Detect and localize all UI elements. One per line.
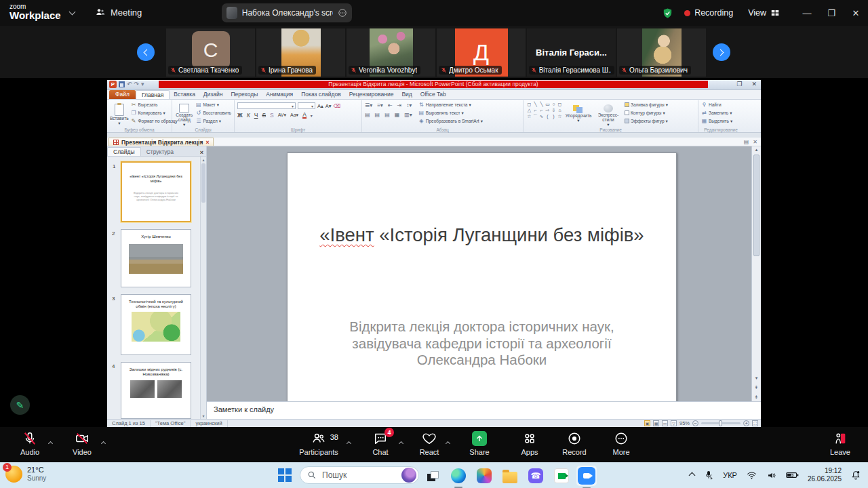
find-button[interactable]: ⚲Найти <box>701 101 732 108</box>
slide-canvas[interactable]: «Івент «Історія Луганщини без міфів» Від… <box>287 152 677 401</box>
redo-icon[interactable]: ↷ <box>134 81 140 88</box>
align-right-button[interactable]: ▤ <box>384 112 390 118</box>
wifi-icon[interactable] <box>746 470 757 481</box>
ellipsis-icon[interactable] <box>338 7 347 18</box>
video-options-chevron[interactable] <box>102 436 105 448</box>
participant-tile[interactable]: C Светлана Ткаченко <box>166 28 255 77</box>
zoom-app-button[interactable] <box>576 466 597 486</box>
shape-fill-button[interactable]: Заливка фигуры▾ <box>625 101 668 108</box>
tab-meeting[interactable]: Meeting <box>95 7 142 18</box>
participant-tile[interactable]: Віталія Гераси... Віталія Герасимова Ш..… <box>527 28 616 77</box>
shapes-gallery[interactable]: ◻╲╲▭○◻ △⌐⌐⇨⇩⌂ ☆⌒∿()☆ <box>526 101 563 127</box>
search-highlight-image[interactable] <box>401 468 416 483</box>
zoom-slider-knob[interactable] <box>719 420 722 426</box>
participant-tile[interactable]: Д Дмитро Осьмак <box>437 28 526 77</box>
video-button[interactable]: Video <box>67 431 97 456</box>
replace-button[interactable]: ⇄Заменить▾ <box>701 109 732 117</box>
tray-mic-icon[interactable] <box>703 470 714 481</box>
view-reading-button[interactable]: ▭ <box>662 420 668 426</box>
leave-button[interactable]: Leave <box>825 431 855 456</box>
tab-office-tab[interactable]: Office Tab <box>416 90 450 99</box>
bullets-button[interactable]: ☰▾ <box>365 102 372 108</box>
next-slide-icon[interactable]: ⇟ <box>752 394 761 400</box>
participant-tile[interactable]: Ольга Барзилович <box>617 28 706 77</box>
notes-pane[interactable]: Заметки к слайду <box>207 401 761 419</box>
viber-button[interactable]: ☎ <box>528 468 544 484</box>
select-button[interactable]: ▦Выделить▾ <box>701 117 732 125</box>
participant-tile[interactable]: Veronika Vorozhbyt <box>347 28 435 77</box>
panel-scrollbar[interactable]: ▴ ▾ <box>200 157 206 419</box>
align-center-button[interactable]: ▤ <box>375 112 380 118</box>
section-button[interactable]: ☰Раздел▾ <box>195 117 231 125</box>
annotate-button[interactable]: ✎ <box>10 395 30 415</box>
clock[interactable]: 19:12 26.06.2025 <box>808 467 842 483</box>
change-case-button[interactable]: Aa▾ <box>290 113 298 118</box>
share-button[interactable]: Share <box>465 431 494 456</box>
strikethrough-button[interactable]: S <box>262 112 266 119</box>
audio-options-chevron[interactable] <box>49 436 52 448</box>
scrollbar-thumb[interactable] <box>753 155 760 256</box>
search-box[interactable]: Пошук <box>300 466 419 484</box>
battery-icon[interactable] <box>786 470 799 480</box>
scroll-left-button[interactable] <box>137 43 155 61</box>
save-icon[interactable] <box>119 81 125 87</box>
tab-file[interactable]: Файл <box>109 90 136 99</box>
scroll-down-icon[interactable]: ▾ <box>201 413 206 418</box>
grow-font-button[interactable]: A▴ <box>317 102 323 109</box>
view-sorter-button[interactable]: ▦ <box>653 420 659 426</box>
previous-slide-icon[interactable]: ⇞ <box>752 385 761 390</box>
arrange-button[interactable]: Упорядочить▾ <box>565 101 592 127</box>
line-spacing-button[interactable]: ↕▾ <box>406 102 412 108</box>
ppt-restore-button[interactable]: ❐ <box>736 81 742 87</box>
copy-button[interactable]: ❐Копировать▾ <box>131 109 178 117</box>
meet-button[interactable] <box>553 468 570 484</box>
view-slideshow-button[interactable]: ▽ <box>671 420 677 426</box>
more-button[interactable]: More <box>606 431 636 456</box>
decrease-indent-button[interactable]: ⇤ <box>388 102 393 108</box>
panel-close-icon[interactable]: × <box>200 149 203 156</box>
font-color-button[interactable]: A <box>302 112 307 119</box>
chevron-down-icon[interactable] <box>69 9 76 16</box>
slide-subtitle[interactable]: Відкрита лекція доктора історичних наук,… <box>319 319 645 369</box>
increase-indent-button[interactable]: ⇥ <box>397 102 402 108</box>
participants-button[interactable]: 38 Participants <box>290 431 347 456</box>
character-spacing-button[interactable]: AV▾ <box>278 113 286 118</box>
minimize-button[interactable]: — <box>795 0 819 26</box>
scroll-up-icon[interactable]: ▴ <box>752 147 761 152</box>
tab-insert[interactable]: Вставка <box>170 90 199 99</box>
shape-effects-button[interactable]: Эффекты фигур▾ <box>625 117 668 125</box>
start-button[interactable] <box>278 468 292 482</box>
copilot-button[interactable] <box>476 468 492 484</box>
audio-button[interactable]: Audio <box>15 431 45 456</box>
document-tab-close-icon[interactable]: × <box>205 139 209 146</box>
paste-button[interactable]: Вставить▾ <box>110 101 129 127</box>
chat-options-chevron[interactable] <box>399 436 403 448</box>
edge-button[interactable] <box>450 468 467 484</box>
scroll-up-icon[interactable]: ▴ <box>201 157 206 162</box>
italic-button[interactable]: К <box>247 112 250 119</box>
text-direction-button[interactable]: ⇅Направление текста▾ <box>418 101 483 108</box>
maximize-button[interactable]: ❐ <box>819 0 844 26</box>
scroll-right-button[interactable] <box>713 43 730 61</box>
tab-slideshow[interactable]: Показ слайдов <box>297 90 345 99</box>
tab-review[interactable]: Рецензирование <box>345 90 398 99</box>
shape-outline-button[interactable]: Контур фигуры▾ <box>625 109 668 117</box>
numbering-button[interactable]: ≡▾ <box>377 102 383 108</box>
align-left-button[interactable]: ▤ <box>365 112 370 118</box>
tab-bar-close-icon[interactable]: ✕ <box>753 139 757 145</box>
view-button[interactable]: View <box>748 8 780 18</box>
zoom-out-button[interactable]: − <box>692 420 698 426</box>
bold-button[interactable]: Ж <box>237 112 243 119</box>
participant-tile[interactable]: Ірина Грачова <box>256 28 345 77</box>
shared-screen-tab[interactable]: Набока Олександр's screen <box>222 3 352 22</box>
apps-button[interactable]: Apps <box>515 431 545 456</box>
font-size-select[interactable]: ▾ <box>298 102 315 109</box>
justify-button[interactable]: ▦ <box>395 112 400 118</box>
align-text-button[interactable]: ▤Выровнять текст▾ <box>418 109 483 117</box>
close-button[interactable]: ✕ <box>844 0 868 26</box>
fit-to-window-button[interactable]: ⛶ <box>752 420 758 426</box>
qat-dropdown-icon[interactable]: ▾ <box>141 81 144 88</box>
tab-design[interactable]: Дизайн <box>199 90 227 99</box>
text-shadow-button[interactable]: S <box>270 112 274 119</box>
ppt-close-button[interactable]: ✕ <box>751 81 757 87</box>
